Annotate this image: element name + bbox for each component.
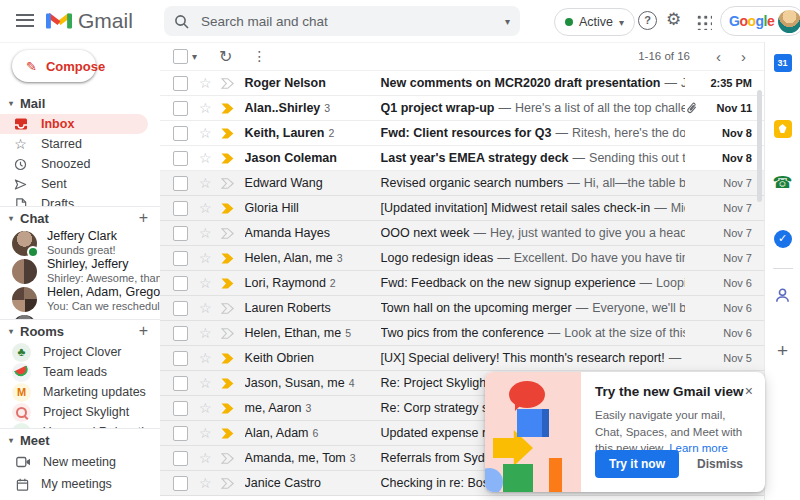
star-icon[interactable]: ☆ <box>199 226 212 240</box>
chat-item[interactable]: Jeffery ClarkSounds great! <box>0 229 160 257</box>
settings-button[interactable]: ⚙ <box>666 9 681 30</box>
star-icon[interactable]: ☆ <box>199 276 212 290</box>
row-checkbox[interactable] <box>173 376 188 391</box>
search-input[interactable] <box>199 13 505 30</box>
email-row[interactable]: ☆ Keith, Lauren2 Fwd: Client resources f… <box>160 121 764 146</box>
dismiss-button[interactable]: Dismiss <box>697 457 743 471</box>
star-icon[interactable]: ☆ <box>199 376 212 390</box>
star-icon[interactable]: ☆ <box>199 101 212 115</box>
status-selector[interactable]: Active ▾ <box>554 8 635 36</box>
star-icon[interactable]: ☆ <box>199 201 212 215</box>
star-icon[interactable]: ☆ <box>199 351 212 365</box>
row-checkbox[interactable] <box>173 151 188 166</box>
star-icon[interactable]: ☆ <box>199 426 212 440</box>
sidebar-item-drafts[interactable]: Drafts <box>0 194 148 206</box>
email-row[interactable]: ☆ Lauren Roberts Town hall on the upcomi… <box>160 296 764 321</box>
importance-marker-icon[interactable] <box>221 303 234 314</box>
importance-marker-icon[interactable] <box>221 153 234 164</box>
importance-marker-icon[interactable] <box>221 403 234 414</box>
try-it-now-button[interactable]: Try it now <box>595 450 679 478</box>
row-checkbox[interactable] <box>173 176 188 191</box>
next-page-button[interactable]: › <box>731 48 756 65</box>
star-icon[interactable]: ☆ <box>199 301 212 315</box>
importance-marker-icon[interactable] <box>221 353 234 364</box>
row-checkbox[interactable] <box>173 351 188 366</box>
star-icon[interactable]: ☆ <box>199 401 212 415</box>
chat-item[interactable]: Helen, Adam, GregoryYou: Can we reschedu… <box>0 285 160 313</box>
room-item[interactable]: ♣ Project Clover <box>0 342 160 362</box>
sidebar-item-starred[interactable]: ☆ Starred <box>0 134 148 154</box>
row-checkbox[interactable] <box>173 301 188 316</box>
room-item[interactable]: M Marketing updates <box>0 382 160 402</box>
room-item[interactable]: Project Skylight <box>0 402 160 422</box>
section-rooms[interactable]: ▾ Rooms + <box>0 320 160 342</box>
email-row[interactable]: ☆ Alan..Shirley3 Q1 project wrap-up—Here… <box>160 96 764 121</box>
more-options-button[interactable]: ⋮ <box>252 48 267 64</box>
menu-icon[interactable] <box>16 14 34 27</box>
email-row[interactable]: ☆ Helen, Alan, me3 Logo redesign ideas—E… <box>160 246 764 271</box>
new-meeting-item[interactable]: New meeting <box>0 451 160 473</box>
contacts-icon[interactable] <box>774 287 791 304</box>
get-addons-button[interactable]: + <box>777 340 788 362</box>
row-checkbox[interactable] <box>173 426 188 441</box>
section-meet[interactable]: ▾ Meet <box>0 429 160 451</box>
row-checkbox[interactable] <box>173 201 188 216</box>
star-icon[interactable]: ☆ <box>199 126 212 140</box>
email-row[interactable]: ☆ Roger Nelson New comments on MCR2020 d… <box>160 71 764 96</box>
importance-marker-icon[interactable] <box>221 478 234 489</box>
email-row[interactable]: ☆ Keith Obrien [UX] Special delivery! Th… <box>160 346 764 371</box>
scrollbar-thumb[interactable] <box>757 90 762 202</box>
importance-marker-icon[interactable] <box>221 103 234 114</box>
row-checkbox[interactable] <box>173 126 188 141</box>
star-icon[interactable]: ☆ <box>199 151 212 165</box>
row-checkbox[interactable] <box>173 226 188 241</box>
prev-page-button[interactable]: ‹ <box>706 48 731 65</box>
select-caret-icon[interactable]: ▾ <box>192 51 197 62</box>
star-icon[interactable]: ☆ <box>199 326 212 340</box>
importance-marker-icon[interactable] <box>221 378 234 389</box>
section-chat[interactable]: ▾ Chat + <box>0 207 160 229</box>
email-row[interactable]: ☆ Edward Wang Revised organic search num… <box>160 171 764 196</box>
row-checkbox[interactable] <box>173 451 188 466</box>
importance-marker-icon[interactable] <box>221 253 234 264</box>
user-avatar[interactable] <box>778 10 800 33</box>
room-item[interactable]: Team leads <box>0 362 160 382</box>
select-all-checkbox[interactable] <box>173 49 188 64</box>
tasks-icon[interactable]: ✓ <box>774 230 792 248</box>
star-icon[interactable]: ☆ <box>199 451 212 465</box>
importance-marker-icon[interactable] <box>221 278 234 289</box>
star-icon[interactable]: ☆ <box>199 176 212 190</box>
row-checkbox[interactable] <box>173 476 188 491</box>
account-pill[interactable]: Google <box>720 6 800 36</box>
row-checkbox[interactable] <box>173 326 188 341</box>
importance-marker-icon[interactable] <box>221 178 234 189</box>
search-caret-icon[interactable]: ▾ <box>505 16 510 27</box>
email-row[interactable]: ☆ Helen, Ethan, me5 Two pics from the co… <box>160 321 764 346</box>
room-item[interactable]: Y Yoga and Relaxation <box>0 422 160 428</box>
email-row[interactable]: ☆ Gloria Hill [Updated invitation] Midwe… <box>160 196 764 221</box>
star-icon[interactable]: ☆ <box>199 251 212 265</box>
star-icon[interactable]: ☆ <box>199 76 212 90</box>
add-chat-button[interactable]: + <box>139 209 148 227</box>
importance-marker-icon[interactable] <box>221 328 234 339</box>
email-row[interactable]: ☆ Jason Coleman Last year's EMEA strateg… <box>160 146 764 171</box>
keep-icon[interactable] <box>774 120 792 138</box>
compose-button[interactable]: ✎ Compose <box>12 50 96 82</box>
sidebar-item-snoozed[interactable]: Snoozed <box>0 154 148 174</box>
row-checkbox[interactable] <box>173 251 188 266</box>
email-row[interactable]: ☆ Lori, Raymond2 Fwd: Feedback on the ne… <box>160 271 764 296</box>
close-icon[interactable]: × <box>745 384 753 398</box>
importance-marker-icon[interactable] <box>221 228 234 239</box>
sidebar-item-inbox[interactable]: Inbox <box>0 114 148 134</box>
importance-marker-icon[interactable] <box>221 203 234 214</box>
importance-marker-icon[interactable] <box>221 128 234 139</box>
row-checkbox[interactable] <box>173 401 188 416</box>
chat-item[interactable]: Shirley, JefferyShirley: Awesome, thanks… <box>0 257 160 285</box>
refresh-button[interactable]: ↻ <box>219 47 232 66</box>
row-checkbox[interactable] <box>173 101 188 116</box>
row-checkbox[interactable] <box>173 76 188 91</box>
help-button[interactable]: ? <box>638 11 657 30</box>
email-row[interactable]: ☆ Amanda Hayes OOO next week—Hey, just w… <box>160 221 764 246</box>
star-icon[interactable]: ☆ <box>199 476 212 490</box>
importance-marker-icon[interactable] <box>221 453 234 464</box>
